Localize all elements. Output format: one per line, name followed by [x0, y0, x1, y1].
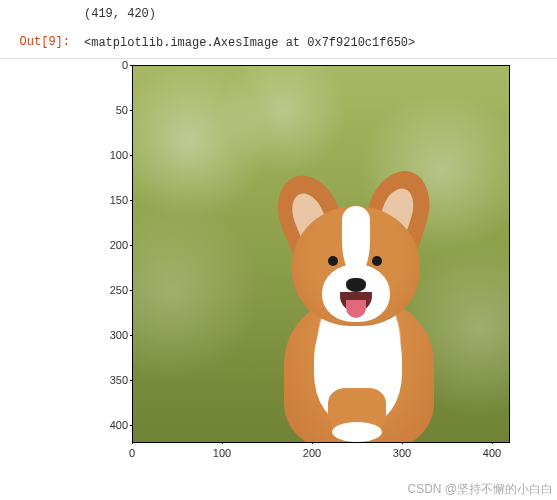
- y-tick: 250: [84, 284, 128, 296]
- plot-axes: [132, 65, 510, 443]
- y-tick: 0: [84, 59, 128, 71]
- y-tick: 200: [84, 239, 128, 251]
- x-tick: 300: [393, 447, 411, 459]
- x-tick: 0: [129, 447, 135, 459]
- cell-stdout-row: (419, 420): [0, 0, 557, 29]
- cell-output-row: Out[9]: <matplotlib.image.AxesImage at 0…: [0, 29, 557, 59]
- watermark-text: CSDN @坚持不懈的小白白: [407, 481, 553, 498]
- matplotlib-figure: 0 50 100 150 200 250 300 350 400 0 100 2…: [84, 59, 544, 499]
- image-foreground-dog: [276, 178, 464, 434]
- y-tick: 150: [84, 194, 128, 206]
- y-tick: 50: [84, 104, 128, 116]
- stdout-text: (419, 420): [78, 0, 557, 29]
- y-tick: 100: [84, 149, 128, 161]
- x-tick: 400: [483, 447, 501, 459]
- prompt-empty: [0, 0, 78, 12]
- y-tick: 350: [84, 374, 128, 386]
- output-repr: <matplotlib.image.AxesImage at 0x7f9210c…: [78, 29, 557, 58]
- out-prompt: Out[9]:: [0, 29, 78, 55]
- x-tick: 200: [303, 447, 321, 459]
- y-tick: 300: [84, 329, 128, 341]
- x-tick: 100: [213, 447, 231, 459]
- y-tick: 400: [84, 419, 128, 431]
